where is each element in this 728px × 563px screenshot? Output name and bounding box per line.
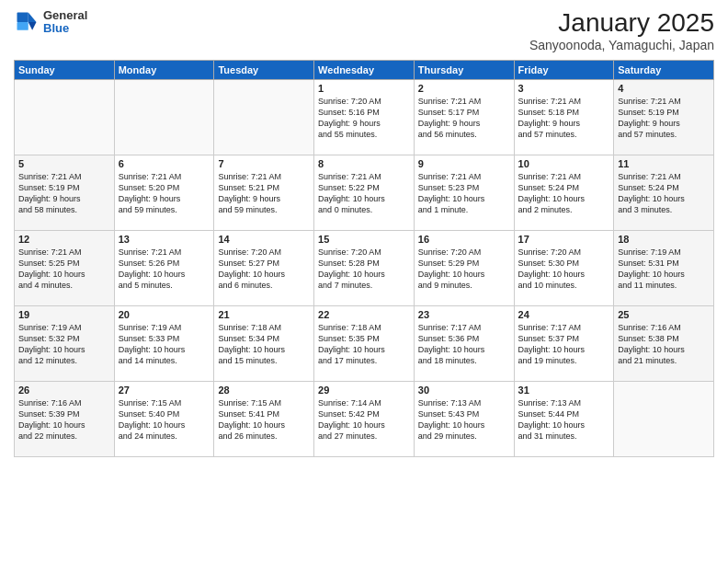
cell-info: Sunrise: 7:21 AM Sunset: 5:18 PM Dayligh… <box>518 96 610 141</box>
calendar-cell: 22Sunrise: 7:18 AM Sunset: 5:35 PM Dayli… <box>314 305 415 381</box>
calendar-cell: 2Sunrise: 7:21 AM Sunset: 5:17 PM Daylig… <box>414 79 514 155</box>
calendar-cell: 3Sunrise: 7:21 AM Sunset: 5:18 PM Daylig… <box>514 79 614 155</box>
day-number: 23 <box>418 309 510 320</box>
cell-info: Sunrise: 7:21 AM Sunset: 5:23 PM Dayligh… <box>418 171 510 216</box>
day-number: 15 <box>318 234 410 245</box>
cell-info: Sunrise: 7:19 AM Sunset: 5:31 PM Dayligh… <box>618 247 710 292</box>
day-number: 25 <box>618 309 710 320</box>
cell-info: Sunrise: 7:21 AM Sunset: 5:24 PM Dayligh… <box>618 171 710 216</box>
day-number: 13 <box>119 234 210 245</box>
day-number: 7 <box>218 158 310 169</box>
calendar-cell: 15Sunrise: 7:20 AM Sunset: 5:28 PM Dayli… <box>314 230 415 305</box>
cell-info: Sunrise: 7:19 AM Sunset: 5:32 PM Dayligh… <box>18 322 110 367</box>
calendar-table: SundayMondayTuesdayWednesdayThursdayFrid… <box>14 60 714 457</box>
calendar-cell: 28Sunrise: 7:15 AM Sunset: 5:41 PM Dayli… <box>214 381 314 456</box>
calendar-cell: 26Sunrise: 7:16 AM Sunset: 5:39 PM Dayli… <box>15 381 115 456</box>
weekday-header-monday: Monday <box>114 60 214 79</box>
cell-info: Sunrise: 7:16 AM Sunset: 5:38 PM Dayligh… <box>618 322 710 367</box>
page-container: General Blue January 2025 Sanyoonoda, Ya… <box>0 0 728 462</box>
day-number: 30 <box>418 385 510 396</box>
weekday-header-tuesday: Tuesday <box>214 60 314 79</box>
svg-marker-1 <box>28 22 37 30</box>
calendar-cell: 11Sunrise: 7:21 AM Sunset: 5:24 PM Dayli… <box>614 155 714 230</box>
calendar-cell: 18Sunrise: 7:19 AM Sunset: 5:31 PM Dayli… <box>614 230 714 305</box>
logo-line1: General <box>43 9 87 22</box>
header: General Blue January 2025 Sanyoonoda, Ya… <box>14 9 714 52</box>
day-number: 29 <box>318 385 410 396</box>
day-number: 12 <box>18 234 110 245</box>
weekday-header-friday: Friday <box>514 60 614 79</box>
cell-info: Sunrise: 7:21 AM Sunset: 5:26 PM Dayligh… <box>119 247 210 292</box>
calendar-cell: 1Sunrise: 7:20 AM Sunset: 5:16 PM Daylig… <box>314 79 415 155</box>
calendar-cell: 25Sunrise: 7:16 AM Sunset: 5:38 PM Dayli… <box>614 305 714 381</box>
day-number: 11 <box>618 158 710 169</box>
cell-info: Sunrise: 7:21 AM Sunset: 5:19 PM Dayligh… <box>18 171 110 216</box>
calendar-cell <box>214 79 314 155</box>
cell-info: Sunrise: 7:21 AM Sunset: 5:25 PM Dayligh… <box>18 247 110 292</box>
calendar-cell: 20Sunrise: 7:19 AM Sunset: 5:33 PM Dayli… <box>114 305 214 381</box>
calendar-cell: 5Sunrise: 7:21 AM Sunset: 5:19 PM Daylig… <box>15 155 115 230</box>
day-number: 26 <box>18 385 110 396</box>
weekday-header-wednesday: Wednesday <box>314 60 415 79</box>
cell-info: Sunrise: 7:20 AM Sunset: 5:27 PM Dayligh… <box>218 247 310 292</box>
calendar-cell: 12Sunrise: 7:21 AM Sunset: 5:25 PM Dayli… <box>15 230 115 305</box>
calendar-cell: 14Sunrise: 7:20 AM Sunset: 5:27 PM Dayli… <box>214 230 314 305</box>
day-number: 18 <box>618 234 710 245</box>
cell-info: Sunrise: 7:17 AM Sunset: 5:37 PM Dayligh… <box>518 322 610 367</box>
cell-info: Sunrise: 7:13 AM Sunset: 5:44 PM Dayligh… <box>518 397 610 442</box>
calendar-cell: 30Sunrise: 7:13 AM Sunset: 5:43 PM Dayli… <box>414 381 514 456</box>
day-number: 2 <box>418 83 510 94</box>
calendar-cell: 4Sunrise: 7:21 AM Sunset: 5:19 PM Daylig… <box>614 79 714 155</box>
calendar-cell: 21Sunrise: 7:18 AM Sunset: 5:34 PM Dayli… <box>214 305 314 381</box>
cell-info: Sunrise: 7:13 AM Sunset: 5:43 PM Dayligh… <box>418 397 510 442</box>
logo-icon <box>14 9 40 35</box>
cell-info: Sunrise: 7:17 AM Sunset: 5:36 PM Dayligh… <box>418 322 510 367</box>
calendar-cell: 23Sunrise: 7:17 AM Sunset: 5:36 PM Dayli… <box>414 305 514 381</box>
logo-text: General Blue <box>43 9 87 36</box>
cell-info: Sunrise: 7:21 AM Sunset: 5:21 PM Dayligh… <box>218 171 310 216</box>
day-number: 27 <box>119 385 210 396</box>
weekday-header-sunday: Sunday <box>15 60 115 79</box>
cell-info: Sunrise: 7:20 AM Sunset: 5:28 PM Dayligh… <box>318 247 410 292</box>
cell-info: Sunrise: 7:21 AM Sunset: 5:22 PM Dayligh… <box>318 171 410 216</box>
calendar-cell: 17Sunrise: 7:20 AM Sunset: 5:30 PM Dayli… <box>514 230 614 305</box>
calendar-cell: 6Sunrise: 7:21 AM Sunset: 5:20 PM Daylig… <box>114 155 214 230</box>
weekday-header-saturday: Saturday <box>614 60 714 79</box>
cell-info: Sunrise: 7:15 AM Sunset: 5:41 PM Dayligh… <box>218 397 310 442</box>
day-number: 3 <box>518 83 610 94</box>
day-number: 6 <box>119 158 210 169</box>
logo-line2: Blue <box>43 22 87 35</box>
cell-info: Sunrise: 7:20 AM Sunset: 5:29 PM Dayligh… <box>418 247 510 292</box>
day-number: 14 <box>218 234 310 245</box>
day-number: 20 <box>119 309 210 320</box>
cell-info: Sunrise: 7:15 AM Sunset: 5:40 PM Dayligh… <box>119 397 210 442</box>
calendar-week-5: 26Sunrise: 7:16 AM Sunset: 5:39 PM Dayli… <box>15 381 714 456</box>
cell-info: Sunrise: 7:20 AM Sunset: 5:30 PM Dayligh… <box>518 247 610 292</box>
calendar-cell: 31Sunrise: 7:13 AM Sunset: 5:44 PM Dayli… <box>514 381 614 456</box>
calendar-cell <box>15 79 115 155</box>
day-number: 31 <box>518 385 610 396</box>
calendar-cell: 19Sunrise: 7:19 AM Sunset: 5:32 PM Dayli… <box>15 305 115 381</box>
calendar-week-4: 19Sunrise: 7:19 AM Sunset: 5:32 PM Dayli… <box>15 305 714 381</box>
calendar-cell <box>614 381 714 456</box>
day-number: 17 <box>518 234 610 245</box>
cell-info: Sunrise: 7:21 AM Sunset: 5:20 PM Dayligh… <box>119 171 210 216</box>
calendar-cell: 7Sunrise: 7:21 AM Sunset: 5:21 PM Daylig… <box>214 155 314 230</box>
day-number: 8 <box>318 158 410 169</box>
day-number: 21 <box>218 309 310 320</box>
weekday-header-thursday: Thursday <box>414 60 514 79</box>
cell-info: Sunrise: 7:20 AM Sunset: 5:16 PM Dayligh… <box>318 96 410 141</box>
weekday-header-row: SundayMondayTuesdayWednesdayThursdayFrid… <box>15 60 714 79</box>
day-number: 22 <box>318 309 410 320</box>
cell-info: Sunrise: 7:18 AM Sunset: 5:34 PM Dayligh… <box>218 322 310 367</box>
calendar-cell <box>114 79 214 155</box>
cell-info: Sunrise: 7:18 AM Sunset: 5:35 PM Dayligh… <box>318 322 410 367</box>
cell-info: Sunrise: 7:21 AM Sunset: 5:17 PM Dayligh… <box>418 96 510 141</box>
day-number: 10 <box>518 158 610 169</box>
title-block: January 2025 Sanyoonoda, Yamaguchi, Japa… <box>529 9 714 52</box>
calendar-cell: 9Sunrise: 7:21 AM Sunset: 5:23 PM Daylig… <box>414 155 514 230</box>
svg-rect-3 <box>17 22 28 30</box>
cell-info: Sunrise: 7:21 AM Sunset: 5:24 PM Dayligh… <box>518 171 610 216</box>
day-number: 4 <box>618 83 710 94</box>
cell-info: Sunrise: 7:19 AM Sunset: 5:33 PM Dayligh… <box>119 322 210 367</box>
